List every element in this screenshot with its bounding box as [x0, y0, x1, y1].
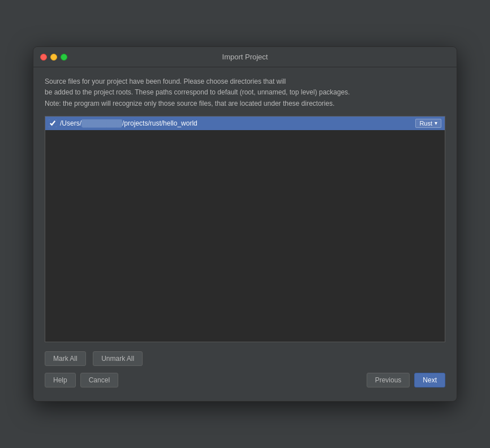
directory-list: /Users/████████/projects/rust/hello_worl… [45, 116, 445, 342]
previous-button[interactable]: Previous [367, 373, 410, 387]
description-text: Source files for your project have been … [45, 76, 445, 109]
directory-item[interactable]: /Users/████████/projects/rust/hello_worl… [45, 117, 445, 130]
window-title: Import Project [222, 53, 268, 61]
navigation-buttons-row: Help Cancel Previous Next [45, 373, 445, 392]
nav-right-group: Previous Next [367, 373, 445, 387]
directory-path: /Users/████████/projects/rust/hello_worl… [60, 119, 415, 127]
language-label: Rust [419, 120, 432, 127]
mark-all-button[interactable]: Mark All [45, 351, 86, 366]
minimize-button[interactable] [50, 54, 57, 61]
directory-checkbox[interactable] [49, 119, 57, 127]
next-button[interactable]: Next [414, 373, 445, 387]
close-button[interactable] [40, 54, 47, 61]
main-content: Source files for your project have been … [33, 67, 457, 401]
cancel-button[interactable]: Cancel [80, 373, 118, 387]
maximize-button[interactable] [61, 54, 67, 61]
unmark-all-button[interactable]: Unmark All [93, 351, 143, 366]
help-button[interactable]: Help [45, 373, 76, 387]
import-project-window: Import Project Source files for your pro… [33, 46, 457, 402]
mark-buttons-row: Mark All Unmark All [45, 351, 445, 366]
nav-left-group: Help Cancel [45, 373, 118, 387]
title-bar: Import Project [33, 47, 457, 67]
language-dropdown[interactable]: Rust ▾ [415, 119, 441, 128]
chevron-down-icon: ▾ [435, 120, 437, 126]
window-controls [40, 54, 67, 61]
